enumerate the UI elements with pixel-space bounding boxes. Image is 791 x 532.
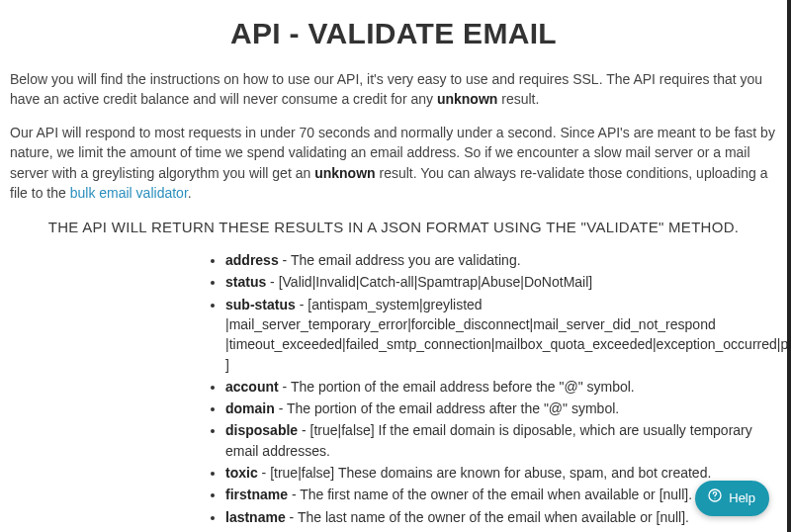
field-desc: - The last name of the owner of the emai…	[286, 509, 689, 525]
field-desc: - The email address you are validating.	[279, 252, 521, 268]
field-desc: - The first name of the owner of the ema…	[288, 487, 692, 502]
list-item: sub-status - [antispam_system|greylisted…	[225, 295, 767, 375]
bulk-validator-link[interactable]: bulk email validator	[70, 185, 188, 201]
list-item: lastname - The last name of the owner of…	[225, 507, 767, 527]
help-icon	[707, 488, 723, 509]
field-desc: - [Valid|Invalid|Catch-all|Spamtrap|Abus…	[266, 274, 592, 290]
field-term: firstname	[225, 487, 288, 502]
field-term: lastname	[225, 509, 286, 525]
intro2-text-c: .	[188, 185, 192, 201]
list-item: address - The email address you are vali…	[225, 250, 767, 270]
intro-paragraph-2: Our API will respond to most requests in…	[10, 123, 777, 203]
field-desc: - [true|false] If the email domain is di…	[225, 422, 752, 458]
field-term: toxic	[225, 465, 258, 481]
field-term: sub-status	[225, 297, 296, 312]
field-term: address	[225, 252, 279, 268]
list-item: domain - The portion of the email addres…	[225, 399, 767, 418]
list-item: account - The portion of the email addre…	[225, 377, 767, 397]
help-label: Help	[729, 489, 755, 508]
list-item: toxic - [true|false] These domains are k…	[225, 463, 767, 483]
field-term: account	[225, 379, 279, 395]
list-item: disposable - [true|false] If the email d…	[225, 420, 767, 461]
svg-point-1	[715, 498, 716, 499]
intro1-text-b: result.	[497, 91, 539, 107]
field-desc: - [antispam_system|greylisted |mail_serv…	[225, 297, 791, 373]
intro2-bold: unknown	[314, 165, 375, 181]
help-button[interactable]: Help	[695, 481, 769, 516]
field-desc: - The portion of the email address befor…	[279, 379, 635, 395]
field-term: domain	[225, 400, 275, 416]
field-term: status	[225, 274, 266, 290]
list-item: firstname - The first name of the owner …	[225, 485, 767, 504]
field-desc: - The portion of the email address after…	[275, 400, 619, 416]
results-subheading: THE API WILL RETURN THESE RESULTS IN A J…	[10, 217, 777, 238]
field-desc: - [true|false] These domains are known f…	[258, 465, 712, 481]
intro-paragraph-1: Below you will find the instructions on …	[10, 69, 777, 110]
fields-list: address - The email address you are vali…	[10, 250, 777, 532]
page-title: API - VALIDATE EMAIL	[10, 12, 777, 55]
intro1-bold: unknown	[437, 91, 497, 107]
field-term: disposable	[225, 422, 298, 438]
list-item: status - [Valid|Invalid|Catch-all|Spamtr…	[225, 272, 767, 292]
intro1-text-a: Below you will find the instructions on …	[10, 71, 762, 107]
